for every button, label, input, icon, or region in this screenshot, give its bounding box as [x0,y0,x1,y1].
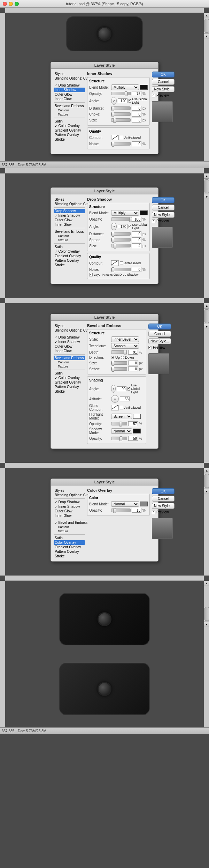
blend-mode-select-1[interactable]: Multiply [111,84,139,90]
choke-slider-1[interactable] [111,112,131,116]
cancel-button-1[interactable]: Cancel [152,79,175,85]
style-satin-1[interactable]: Satin [54,119,85,124]
scroll-track-5[interactable] [204,607,209,621]
shadow-select-3[interactable]: Normal [111,428,132,434]
style-blending-2[interactable]: Blending Options: Custom [54,202,85,206]
opacity-input-2[interactable] [132,217,141,222]
scroll-up-1[interactable]: ▲ [204,13,209,18]
angle-widget-2[interactable]: ↗ [111,223,117,230]
depth-input-3[interactable] [128,350,138,355]
scroll-up-2[interactable]: ▲ [204,173,209,179]
style-texture-2[interactable]: Texture [54,238,85,242]
opacity-slider-2[interactable] [111,217,131,221]
scroll-thumb-5[interactable] [204,607,209,621]
scroll-up-4[interactable]: ▲ [204,468,209,473]
size-input-3[interactable] [128,361,138,365]
style-outer-glow-2[interactable]: Outer Glow [54,218,85,222]
style-stroke-2[interactable]: Stroke [54,263,85,267]
style-texture-3[interactable]: Texture [54,364,85,369]
opacity-slider-1[interactable] [111,92,131,95]
spread-thumb-2[interactable] [111,238,114,243]
style-inner-shadow-4[interactable]: Inner Shadow [54,504,85,509]
highlight-color-3[interactable] [133,414,141,419]
up-radio-3[interactable] [111,356,114,359]
style-satin-3[interactable]: Satin [54,371,85,376]
shadow-thumb-3[interactable] [119,436,122,441]
style-contour-4[interactable]: Contour [54,525,85,529]
blend-mode-select-2[interactable]: Multiply [111,210,139,216]
size-input-1[interactable] [132,118,141,123]
distance-slider-1[interactable] [111,106,131,110]
noise-slider-1[interactable] [111,142,131,146]
style-inner-glow-1[interactable]: Inner Glow [54,97,85,101]
style-contour-3[interactable]: Contour [54,360,85,364]
style-drop-shadow-3[interactable]: Drop Shadow [54,335,85,340]
style-inner-glow-4[interactable]: Inner Glow [54,513,85,518]
scroll-track-1[interactable] [204,19,209,33]
soften-slider-3[interactable] [111,367,127,371]
window-controls[interactable] [3,2,19,6]
down-radio-3[interactable] [121,356,124,359]
style-blending-1[interactable]: Blending Options: Custom [54,76,85,81]
style-bevel-2[interactable]: Bevel and Emboss [54,229,85,234]
scroll-track-4[interactable] [204,474,209,488]
gloss-anti-alias-3[interactable] [120,406,123,409]
noise-slider-2[interactable] [111,268,131,271]
style-bevel-1[interactable]: Bevel and Emboss [54,104,85,108]
preview-cb-4[interactable] [152,511,155,514]
cancel-button-2[interactable]: Cancel [152,205,175,210]
style-drop-shadow-2[interactable]: Drop Shadow [54,209,85,213]
scroll-thumb-4[interactable] [204,474,209,488]
style-color-overlay-4[interactable]: Color Overlay [54,540,85,545]
new-style-button-3[interactable]: New Style... [148,338,171,344]
altitude-input-3[interactable] [120,396,130,401]
style-inner-shadow-3[interactable]: Inner Shadow [54,340,85,344]
anti-alias-cb-1[interactable] [120,136,123,139]
shadow-input-3[interactable] [128,436,138,441]
choke-thumb-1[interactable] [111,112,114,117]
style-pattern-overlay-3[interactable]: Pattern Overlay [54,385,85,389]
global-light-cb-2[interactable] [129,225,131,228]
style-contour-1[interactable]: Contour [54,108,85,112]
preview-cb-2[interactable] [152,220,155,223]
style-styles-4[interactable]: Styles [54,488,85,493]
noise-input-2[interactable] [132,267,141,272]
global-light-cb-1[interactable] [129,99,131,103]
cancel-button-3[interactable]: Cancel [148,331,171,337]
style-color-overlay-1[interactable]: Color Overlay [54,124,85,128]
style-satin-4[interactable]: Satin [54,536,85,540]
choke-input-1[interactable] [132,112,141,117]
distance-input-1[interactable] [132,106,141,111]
size-slider-1[interactable] [111,118,131,122]
contour-preview-1[interactable] [111,135,119,140]
opacity-input-4[interactable] [132,508,141,513]
style-pattern-overlay-1[interactable]: Pattern Overlay [54,133,85,137]
shadow-slider-3[interactable] [111,437,127,440]
style-stroke-4[interactable]: Stroke [54,554,85,558]
opacity-thumb-2[interactable] [129,217,132,222]
highlight-select-3[interactable]: Screen [111,414,132,419]
scroll-thumb-1[interactable] [204,19,209,33]
distance-slider-2[interactable] [111,232,131,236]
preview-cb-3[interactable] [148,346,152,349]
style-stroke-3[interactable]: Stroke [54,389,85,394]
style-stroke-1[interactable]: Stroke [54,137,85,142]
style-styles-3[interactable]: Styles [54,324,85,328]
scroll-track-2[interactable] [204,179,209,193]
style-color-overlay-3[interactable]: Color Overlay [54,376,85,380]
soften-thumb-3[interactable] [111,367,114,372]
style-styles-2[interactable]: Styles [54,197,85,202]
spread-slider-2[interactable] [111,238,131,242]
gloss-preview-3[interactable] [111,405,119,410]
technique-select-3[interactable]: Smooth [111,343,139,349]
style-blending-3[interactable]: Blending Options: Custom [54,328,85,333]
scroll-up-5[interactable]: ▲ [204,581,209,586]
style-texture-4[interactable]: Texture [54,529,85,533]
opacity-slider-4[interactable] [111,509,131,512]
scroll-down-4[interactable]: ▼ [204,489,209,494]
distance-thumb-2[interactable] [111,232,114,237]
style-gradient-overlay-3[interactable]: Gradient Overlay [54,380,85,385]
layer-knocks-cb-2[interactable] [89,273,93,276]
new-style-button-1[interactable]: New Style... [152,86,175,92]
noise-thumb-2[interactable] [111,267,114,272]
